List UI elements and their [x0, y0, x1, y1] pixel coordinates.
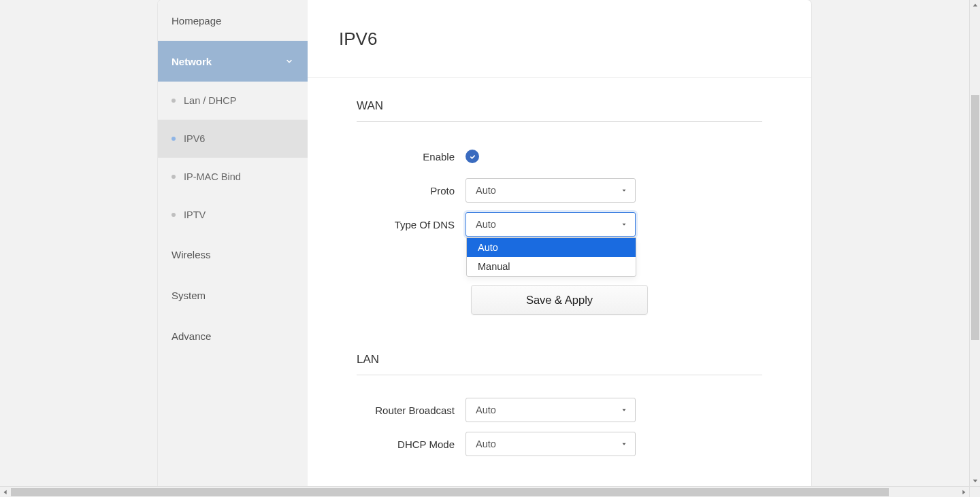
- sidebar-item-system[interactable]: System: [158, 275, 308, 315]
- dhcp-mode-label: DHCP Mode: [357, 439, 466, 450]
- sidebar-item-label: Advance: [172, 330, 211, 342]
- lan-section: LAN Router Broadcast Auto: [308, 315, 811, 460]
- dns-option-label: Auto: [478, 242, 498, 253]
- sidebar-subitem-label: Lan / DHCP: [184, 95, 236, 106]
- sidebar: Homepage Network Lan / DHCP IPV6: [158, 0, 308, 487]
- lan-section-title: LAN: [357, 353, 762, 375]
- vertical-scrollbar[interactable]: [969, 0, 980, 486]
- bullet-icon: [172, 175, 176, 179]
- wan-section: WAN Enable Proto Auto: [308, 78, 811, 315]
- horizontal-scroll-thumb[interactable]: [11, 488, 889, 496]
- check-icon: [469, 153, 476, 160]
- lan-router-broadcast-row: Router Broadcast Auto: [357, 394, 762, 426]
- sidebar-subitem-iptv[interactable]: IPTV: [158, 196, 308, 234]
- sidebar-subitem-ip-mac-bind[interactable]: IP-MAC Bind: [158, 158, 308, 196]
- svg-marker-2: [623, 409, 626, 411]
- scroll-down-button[interactable]: [970, 475, 980, 486]
- enable-label: Enable: [357, 151, 466, 162]
- triangle-up-icon: [973, 3, 978, 8]
- chevron-down-icon: [619, 405, 630, 415]
- dns-select[interactable]: Auto Auto Manual: [466, 212, 636, 237]
- triangle-down-icon: [973, 478, 978, 483]
- horizontal-scrollbar[interactable]: [0, 486, 969, 497]
- svg-marker-6: [973, 4, 977, 7]
- dns-dropdown: Auto Manual: [466, 237, 636, 277]
- sidebar-item-label: System: [172, 290, 206, 301]
- wan-proto-row: Proto Auto: [357, 175, 762, 206]
- proto-select[interactable]: Auto: [466, 178, 636, 203]
- sidebar-item-wireless[interactable]: Wireless: [158, 234, 308, 275]
- scroll-right-button[interactable]: [958, 487, 969, 497]
- wan-enable-row: Enable: [357, 141, 762, 172]
- scroll-corner: [969, 486, 980, 497]
- save-apply-label: Save & Apply: [526, 294, 593, 306]
- svg-marker-3: [623, 443, 626, 445]
- chevron-down-icon: [284, 56, 294, 66]
- save-apply-button[interactable]: Save & Apply: [471, 285, 648, 315]
- wan-dns-row: Type Of DNS Auto Auto: [357, 209, 762, 240]
- svg-marker-0: [623, 190, 626, 192]
- dns-option-label: Manual: [478, 261, 510, 272]
- bullet-icon: [172, 213, 176, 217]
- sidebar-subitem-ipv6[interactable]: IPV6: [158, 120, 308, 158]
- dhcp-mode-value: Auto: [476, 439, 496, 449]
- sidebar-item-label: Wireless: [172, 249, 211, 260]
- vertical-scroll-thumb[interactable]: [971, 95, 979, 340]
- dns-option-auto[interactable]: Auto: [467, 238, 636, 257]
- chevron-down-icon: [619, 439, 630, 449]
- sidebar-subitem-label: IPTV: [184, 209, 206, 220]
- proto-select-value: Auto: [476, 185, 496, 196]
- sidebar-item-label: Homepage: [172, 15, 221, 27]
- sidebar-item-label: Network: [172, 56, 212, 67]
- triangle-left-icon: [3, 490, 8, 495]
- sidebar-subitem-lan-dhcp[interactable]: Lan / DHCP: [158, 82, 308, 120]
- sidebar-subitem-label: IP-MAC Bind: [184, 171, 241, 182]
- bullet-icon: [172, 99, 176, 103]
- proto-label: Proto: [357, 185, 466, 196]
- lan-dhcp-mode-row: DHCP Mode Auto: [357, 428, 762, 460]
- wan-section-title: WAN: [357, 99, 762, 122]
- router-broadcast-value: Auto: [476, 405, 496, 415]
- router-broadcast-label: Router Broadcast: [357, 405, 466, 416]
- settings-card: Homepage Network Lan / DHCP IPV6: [158, 0, 811, 487]
- svg-marker-7: [973, 479, 977, 482]
- svg-marker-4: [4, 490, 7, 494]
- bullet-icon: [172, 137, 176, 141]
- sidebar-item-homepage[interactable]: Homepage: [158, 0, 308, 41]
- page-title: IPV6: [308, 0, 811, 78]
- dns-label: Type Of DNS: [357, 219, 466, 230]
- dns-option-manual[interactable]: Manual: [467, 257, 636, 276]
- svg-marker-5: [962, 490, 965, 494]
- svg-marker-1: [623, 224, 626, 226]
- content-pane: IPV6 WAN Enable Proto: [308, 0, 811, 487]
- scroll-up-button[interactable]: [970, 0, 980, 11]
- dns-select-value: Auto: [476, 219, 496, 230]
- sidebar-subitem-label: IPV6: [184, 133, 205, 144]
- dhcp-mode-select[interactable]: Auto: [466, 432, 636, 456]
- sidebar-item-advance[interactable]: Advance: [158, 315, 308, 356]
- scroll-left-button[interactable]: [0, 487, 11, 497]
- chevron-down-icon: [619, 185, 630, 196]
- router-broadcast-select[interactable]: Auto: [466, 398, 636, 422]
- sidebar-item-network[interactable]: Network: [158, 41, 308, 82]
- enable-toggle[interactable]: [466, 150, 479, 163]
- triangle-right-icon: [961, 490, 966, 495]
- chevron-down-icon: [619, 219, 630, 230]
